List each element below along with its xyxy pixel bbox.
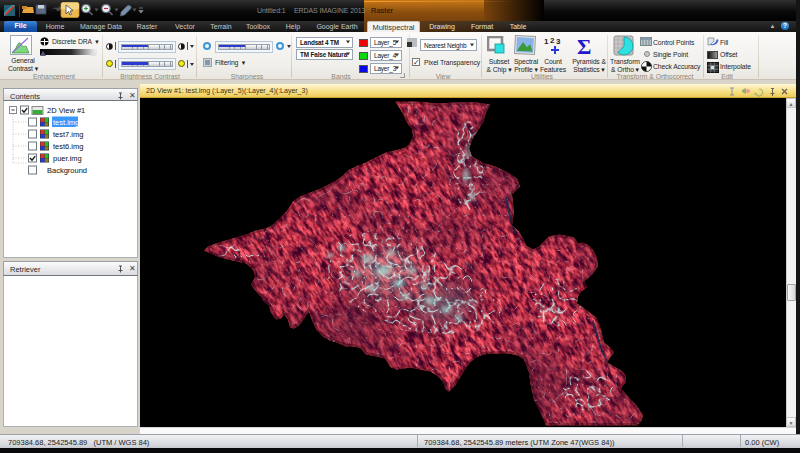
svg-text:puer.img: puer.img (53, 154, 82, 163)
svg-text:test7.img: test7.img (53, 130, 83, 139)
svg-text:test6.img: test6.img (53, 142, 83, 151)
svg-text:Background: Background (47, 166, 87, 175)
svg-text:1: 1 (544, 37, 549, 46)
svg-text:test.img: test.img (53, 118, 79, 127)
svg-text:2D View #1: 2D View #1 (47, 106, 85, 115)
svg-text:3: 3 (556, 37, 561, 46)
svg-text:2: 2 (550, 36, 555, 45)
